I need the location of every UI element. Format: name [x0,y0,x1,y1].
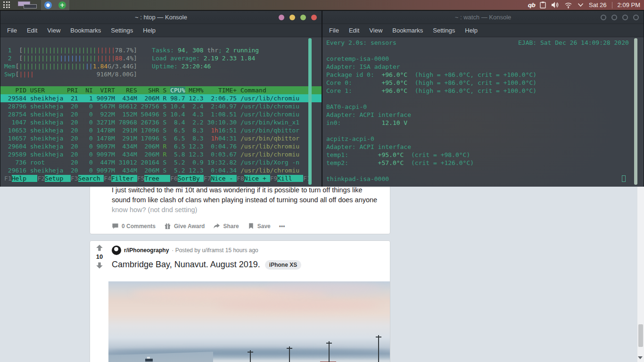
terminal-scrollbar[interactable] [308,38,312,185]
process-row-selected: 29584 sheikheja 21 1 9097M 434M 206M R 9… [0,94,322,102]
window-previews-icon [17,1,38,9]
window-close-button[interactable] [633,15,639,20]
menu-item-bookmarks[interactable]: Bookmarks [70,27,101,34]
menu-item-edit[interactable]: Edit [27,27,37,34]
system-tray: qb Sat 26 2:09 PM [528,1,644,8]
post-title[interactable]: Cambridge Bay, Nunavut. August 2019. [112,260,260,270]
sensor-chip: coretemp-isa-0000 [322,55,644,63]
process-row: 28754 sheikheja 20 0 922M 152M 50496 S 1… [0,110,322,118]
menu-item-edit[interactable]: Edit [349,27,359,34]
comment-icon [112,222,119,230]
function-key-bar: F1Help F2Setup F3Search F4Filter F5Tree … [0,174,322,182]
subreddit-avatar[interactable] [112,246,121,255]
share-icon [213,222,220,230]
downvote-icon[interactable] [95,261,104,270]
overflow-icon: ••• [279,223,285,230]
sensor-line: Package id 0: +96.0°C (high = +86.0°C, c… [322,71,644,79]
process-row: 29604 sheikheja 20 0 9097M 434M 206M R 6… [0,142,322,150]
panel-clock[interactable]: 2:09 PM [618,1,640,8]
post-title-row: Cambridge Bay, Nunavut. August 2019. iPh… [90,255,390,270]
menu-item-help[interactable]: Help [143,27,156,34]
bookmark-icon [248,222,255,230]
process-row: 29616 sheikheja 20 0 9097M 434M 206M S 5… [0,166,322,174]
window-close-button[interactable] [311,15,317,20]
process-table-header: PID USER PRI NI VIRT RES SHR S CPU% MEM%… [0,86,322,94]
window-title: ~ : htop — Konsole [135,14,187,21]
blank [322,95,644,103]
share-button[interactable]: Share [213,222,239,230]
process-row: 10653 sheikheja 20 0 1478M 291M 17096 S … [0,126,322,134]
award-icon [164,222,171,230]
sensor-line: Adapter: ACPI interface [322,111,644,119]
window-pin-button[interactable] [279,15,284,20]
blank [322,127,644,135]
posted-by-text[interactable]: · Posted by u/iframst 15 hours ago [172,247,258,254]
chromium-task-button[interactable] [41,0,55,10]
window-controls [279,15,317,20]
comments-label: 0 Comments [122,223,156,230]
utility-pole [329,341,330,362]
sensor-line: in0: 12.10 V [322,119,644,127]
menu-item-view[interactable]: View [47,27,60,34]
menu-item-file[interactable]: File [329,27,339,34]
menu-item-settings[interactable]: Settings [111,27,133,34]
cloud [216,300,380,311]
watch-konsole-window: ~ : watch — Konsole FileEditViewBookmark… [322,10,644,187]
sensor-line: Core 1: +96.0°C (high = +86.0°C, crit = … [322,87,644,95]
chromium-icon [44,1,52,9]
menu-item-file[interactable]: File [7,27,17,34]
comments-button[interactable]: 0 Comments [112,222,156,230]
menu-bar: FileEditViewBookmarksSettingsHelp [0,24,322,37]
post-image[interactable] [108,281,390,362]
clipboard-icon[interactable] [540,1,546,8]
sensor-chip: BAT0-acpi-0 [322,103,644,111]
sensor-line: temp2: +57.0°C (crit = +126.0°C) [322,159,644,167]
sensor-line: Core 0: +95.0°C (high = +86.0°C, crit = … [322,79,644,87]
menu-item-bookmarks[interactable]: Bookmarks [392,27,423,34]
process-row: 10657 sheikheja 20 0 1478M 291M 17096 S … [0,134,322,142]
blank [322,47,644,55]
top-panel: + qb Sat 26 2:09 PM [0,0,644,10]
volume-icon[interactable] [551,1,559,8]
window-previews-button[interactable] [14,0,41,10]
window-maximize-button[interactable] [300,15,306,20]
process-row: 28796 sheikheja 20 0 567M 86612 29756 S … [0,102,322,110]
menu-item-help[interactable]: Help [465,27,478,34]
post-body-line: know how? (not dnd setting) [112,205,385,215]
vote-count: 10 [96,253,103,260]
give-award-button[interactable]: Give Award [164,222,205,230]
sensor-line: Adapter: ACPI interface [322,143,644,151]
save-button[interactable]: Save [248,222,271,230]
qbittorrent-tray-icon[interactable]: qb [528,2,535,8]
window-maximize-button[interactable] [622,15,628,20]
scroll-down-arrow-icon[interactable] [638,356,643,359]
upvote-icon[interactable] [95,244,104,252]
menu-item-view[interactable]: View [369,27,382,34]
subreddit-link[interactable]: r/iPhoneography [124,247,169,254]
boat [145,359,153,362]
terminal-content[interactable]: 1 [|||||||||||||||||||||||||78.7%] Tasks… [0,37,322,187]
wifi-icon[interactable] [564,2,572,8]
blank [0,78,322,86]
window-minimize-button[interactable] [611,15,617,20]
window-controls [601,15,639,20]
menu-item-settings[interactable]: Settings [433,27,455,34]
window-minimize-button[interactable] [289,15,295,20]
post-body-line: sound from like clash of clans when play… [112,195,385,205]
titlebar[interactable]: ~ : htop — Konsole [0,11,322,24]
titlebar[interactable]: ~ : watch — Konsole [322,11,644,24]
app-grid-button[interactable] [0,0,14,10]
browser-scrollbar-thumb[interactable] [638,324,643,347]
overflow-menu-button[interactable]: ••• [279,223,285,230]
cpu-meter-2: 2 [|||||||||||||||||||||||||88.4%] Load … [0,54,322,62]
add-widget-button[interactable]: + [55,0,69,10]
sensor-line: Adapter: ISA adapter [322,63,644,71]
vote-gutter: 10 [90,244,109,270]
panel-date[interactable]: Sat 26 [589,1,607,8]
terminal-scrollbar[interactable] [634,38,637,185]
post-flair-badge[interactable]: iPhone XS [265,260,301,270]
window-pin-button[interactable] [601,15,606,20]
chevron-down-icon[interactable] [578,3,584,7]
terminal-content[interactable]: Every 2.0s: sensors EJAB: Sat Dec 26 14:… [322,37,644,187]
process-row: 1047 sheikheja 20 0 3271M 78968 26736 S … [0,118,322,126]
